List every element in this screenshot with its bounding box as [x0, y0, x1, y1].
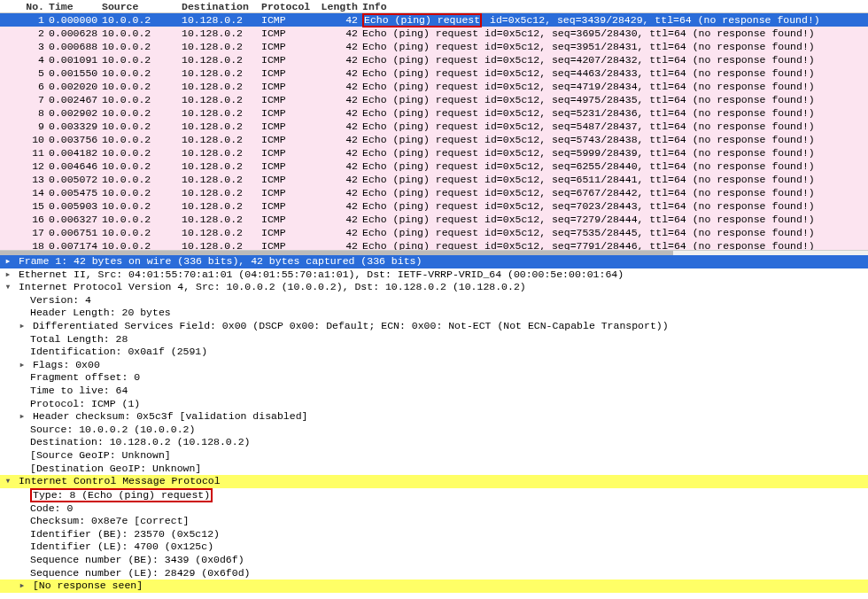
- table-row[interactable]: 60.00202010.0.0.210.128.0.2ICMP42Echo (p…: [0, 80, 868, 93]
- expand-icon[interactable]: ▾: [4, 475, 12, 488]
- cell-time: 0.001550: [49, 66, 102, 80]
- cell-protocol: ICMP: [261, 53, 318, 66]
- cell-length: 42: [318, 213, 362, 226]
- packet-details-pane[interactable]: ▸ Frame 1: 42 bytes on wire (336 bits), …: [0, 255, 868, 599]
- table-row[interactable]: 120.00464610.0.0.210.128.0.2ICMP42Echo (…: [0, 159, 868, 173]
- cell-destination: 10.128.0.2: [182, 80, 261, 93]
- detail-line[interactable]: Time to live: 64: [0, 385, 868, 398]
- table-row[interactable]: 180.00717410.0.0.210.128.0.2ICMP42Echo (…: [0, 239, 868, 251]
- detail-line[interactable]: [Source GeoIP: Unknown]: [0, 449, 868, 463]
- expand-icon[interactable]: ▸: [4, 268, 12, 282]
- col-length[interactable]: Length: [318, 0, 362, 12]
- cell-info: Echo (ping) request id=0x5c12, seq=5487/…: [362, 120, 868, 133]
- cell-length: 42: [318, 80, 362, 93]
- detail-line[interactable]: ▸ Ethernet II, Src: 04:01:55:70:a1:01 (0…: [0, 268, 868, 282]
- cell-destination: 10.128.0.2: [182, 159, 261, 173]
- expand-icon[interactable]: ▸: [4, 255, 12, 268]
- cell-no: 18: [0, 239, 49, 251]
- col-time[interactable]: Time: [49, 0, 102, 12]
- detail-line[interactable]: ▸ Differentiated Services Field: 0x00 (D…: [0, 320, 868, 333]
- detail-line[interactable]: Identifier (BE): 23570 (0x5c12): [0, 528, 868, 541]
- cell-destination: 10.128.0.2: [182, 120, 261, 133]
- cell-source: 10.0.0.2: [102, 146, 182, 159]
- expand-icon[interactable]: ▸: [18, 410, 27, 424]
- table-row[interactable]: 160.00632710.0.0.210.128.0.2ICMP42Echo (…: [0, 213, 868, 226]
- detail-line[interactable]: Source: 10.0.0.2 (10.0.0.2): [0, 424, 868, 437]
- detail-line[interactable]: Destination: 10.128.0.2 (10.128.0.2): [0, 436, 868, 449]
- cell-info: Echo (ping) request id=0x5c12, seq=6255/…: [362, 159, 868, 173]
- cell-length: 42: [318, 159, 362, 173]
- cell-destination: 10.128.0.2: [182, 133, 261, 146]
- cell-info: Echo (ping) request id=0x5c12, seq=6511/…: [362, 173, 868, 186]
- table-row[interactable]: 30.00068810.0.0.210.128.0.2ICMP42Echo (p…: [0, 40, 868, 53]
- expand-icon[interactable]: ▸: [18, 320, 27, 333]
- cell-no: 12: [0, 159, 49, 173]
- cell-destination: 10.128.0.2: [182, 239, 261, 251]
- detail-line[interactable]: Type: 8 (Echo (ping) request): [0, 488, 868, 502]
- expand-icon[interactable]: ▸: [18, 359, 27, 372]
- cell-protocol: ICMP: [261, 173, 318, 186]
- detail-line[interactable]: [Destination GeoIP: Unknown]: [0, 463, 868, 476]
- table-row[interactable]: 140.00547510.0.0.210.128.0.2ICMP42Echo (…: [0, 186, 868, 199]
- detail-line[interactable]: Identification: 0x0a1f (2591): [0, 346, 868, 359]
- table-row[interactable]: 90.00332910.0.0.210.128.0.2ICMP42Echo (p…: [0, 120, 868, 133]
- cell-protocol: ICMP: [261, 133, 318, 146]
- table-row[interactable]: 70.00246710.0.0.210.128.0.2ICMP42Echo (p…: [0, 93, 868, 106]
- cell-info: Echo (ping) request id=0x5c12, seq=5231/…: [362, 106, 868, 120]
- cell-time: 0.006751: [49, 226, 102, 239]
- col-protocol[interactable]: Protocol: [261, 0, 318, 12]
- expand-icon[interactable]: ▾: [4, 281, 12, 294]
- detail-line[interactable]: ▸ Frame 1: 42 bytes on wire (336 bits), …: [0, 255, 868, 268]
- detail-line[interactable]: Version: 4: [0, 294, 868, 307]
- cell-destination: 10.128.0.2: [182, 93, 261, 106]
- detail-line[interactable]: Sequence number (BE): 3439 (0x0d6f): [0, 554, 868, 567]
- cell-no: 4: [0, 53, 49, 66]
- detail-line[interactable]: ▸ Flags: 0x00: [0, 359, 868, 372]
- cell-time: 0.004646: [49, 159, 102, 173]
- cell-info: Echo (ping) request id=0x5c12, seq=4719/…: [362, 80, 868, 93]
- table-row[interactable]: 110.00418210.0.0.210.128.0.2ICMP42Echo (…: [0, 146, 868, 159]
- col-destination[interactable]: Destination: [182, 0, 261, 12]
- col-info[interactable]: Info: [362, 0, 868, 12]
- col-no[interactable]: No.: [0, 0, 49, 12]
- table-row[interactable]: 40.00109110.0.0.210.128.0.2ICMP42Echo (p…: [0, 53, 868, 66]
- table-row[interactable]: 100.00375610.0.0.210.128.0.2ICMP42Echo (…: [0, 133, 868, 146]
- detail-line[interactable]: Identifier (LE): 4700 (0x125c): [0, 541, 868, 554]
- col-source[interactable]: Source: [102, 0, 182, 12]
- cell-protocol: ICMP: [261, 226, 318, 239]
- cell-protocol: ICMP: [261, 239, 318, 251]
- detail-line[interactable]: Code: 0: [0, 502, 868, 516]
- cell-destination: 10.128.0.2: [182, 213, 261, 226]
- cell-info: Echo (ping) request id=0x5c12, seq=7535/…: [362, 226, 868, 239]
- detail-line[interactable]: ▸ Header checksum: 0x5c3f [validation di…: [0, 410, 868, 424]
- table-row[interactable]: 150.00590310.0.0.210.128.0.2ICMP42Echo (…: [0, 199, 868, 213]
- table-row[interactable]: 170.00675110.0.0.210.128.0.2ICMP42Echo (…: [0, 226, 868, 239]
- detail-line[interactable]: Sequence number (LE): 28429 (0x6f0d): [0, 567, 868, 580]
- cell-no: 16: [0, 213, 49, 226]
- detail-line[interactable]: Header Length: 20 bytes: [0, 307, 868, 320]
- cell-no: 2: [0, 27, 49, 40]
- cell-time: 0.005903: [49, 199, 102, 213]
- cell-length: 42: [318, 146, 362, 159]
- expand-icon[interactable]: ▸: [18, 580, 27, 593]
- detail-line[interactable]: Fragment offset: 0: [0, 371, 868, 385]
- detail-line[interactable]: ▸ [No response seen]: [0, 580, 868, 593]
- detail-line[interactable]: ▾ Internet Control Message Protocol: [0, 475, 868, 488]
- detail-highlight-box: Type: 8 (Echo (ping) request): [30, 488, 213, 502]
- table-row[interactable]: 20.00062810.0.0.210.128.0.2ICMP42Echo (p…: [0, 27, 868, 40]
- cell-no: 15: [0, 199, 49, 213]
- table-row[interactable]: 130.00507210.0.0.210.128.0.2ICMP42Echo (…: [0, 173, 868, 186]
- table-row[interactable]: 10.00000010.0.0.210.128.0.2ICMP42Echo (p…: [0, 13, 868, 27]
- cell-protocol: ICMP: [261, 93, 318, 106]
- detail-line[interactable]: ▾ Internet Protocol Version 4, Src: 10.0…: [0, 281, 868, 294]
- table-row[interactable]: 50.00155010.0.0.210.128.0.2ICMP42Echo (p…: [0, 66, 868, 80]
- detail-line[interactable]: Protocol: ICMP (1): [0, 398, 868, 411]
- cell-source: 10.0.0.2: [102, 133, 182, 146]
- detail-line[interactable]: Total Length: 28: [0, 333, 868, 346]
- detail-line[interactable]: Checksum: 0x8e7e [correct]: [0, 515, 868, 528]
- table-row[interactable]: 80.00290210.0.0.210.128.0.2ICMP42Echo (p…: [0, 106, 868, 120]
- cell-info: Echo (ping) request id=0x5c12, seq=7279/…: [362, 213, 868, 226]
- cell-protocol: ICMP: [261, 27, 318, 40]
- packet-list-pane[interactable]: No. Time Source Destination Protocol Len…: [0, 0, 868, 251]
- cell-protocol: ICMP: [261, 40, 318, 53]
